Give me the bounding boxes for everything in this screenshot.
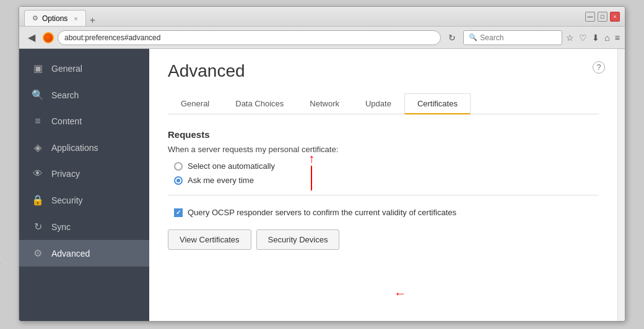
search-bar-container: 🔍 [463, 30, 562, 45]
sidebar-label-privacy: Privacy [51, 169, 80, 179]
sidebar-label-advanced: Advanced [51, 249, 90, 258]
sidebar-label-sync: Sync [51, 222, 71, 232]
menu-icon[interactable]: ≡ [615, 33, 620, 43]
sidebar-item-applications[interactable]: ◈ Applications [19, 134, 149, 161]
checkbox-check-icon: ✓ [176, 209, 181, 216]
sync-icon: ↻ [32, 221, 44, 233]
sidebar-label-general: General [51, 64, 82, 74]
help-icon[interactable]: ? [593, 61, 605, 74]
ocsp-label: Query OCSP responder servers to confirm … [188, 208, 456, 217]
search-icon: 🔍 [469, 33, 477, 41]
search-sidebar-icon: 🔍 [32, 89, 44, 101]
download-icon[interactable]: ⬇ [592, 33, 599, 43]
sidebar-item-general[interactable]: ▣ General [19, 55, 149, 82]
tab-data-choices[interactable]: Data Choices [222, 93, 297, 114]
applications-icon: ◈ [32, 142, 44, 153]
window-controls: — □ × [585, 12, 620, 22]
radio-row-auto[interactable]: Select one automatically [174, 161, 599, 171]
sidebar-label-content: Content [51, 116, 82, 126]
tab-network[interactable]: Network [297, 93, 352, 114]
home-icon[interactable]: ⌂ [604, 33, 609, 43]
radio-auto[interactable] [174, 162, 183, 171]
requests-section-title: Requests [168, 129, 599, 140]
back-button[interactable]: ◀ [24, 30, 39, 45]
sidebar-item-content[interactable]: ≡ Content [19, 108, 149, 134]
ocsp-checkbox[interactable]: ✓ [174, 208, 183, 217]
radio-auto-label: Select one automatically [188, 161, 275, 171]
tab-bar: ⚙ Options × + [24, 7, 99, 26]
tab-update[interactable]: Update [352, 93, 404, 114]
general-icon: ▣ [32, 62, 44, 74]
scrollbar[interactable] [617, 49, 625, 321]
sidebar-item-sync[interactable]: ↻ Sync [19, 213, 149, 240]
content-area: ? Advanced General Data Choices Network … [149, 49, 617, 321]
ocsp-checkbox-row[interactable]: ✓ Query OCSP responder servers to confir… [174, 208, 599, 217]
sidebar-item-privacy[interactable]: 👁 Privacy [19, 161, 149, 187]
requests-description: When a server requests my personal certi… [168, 145, 599, 154]
sidebar-label-applications: Applications [51, 143, 98, 153]
tab-certificates[interactable]: Certificates [404, 93, 471, 114]
firefox-logo [43, 32, 54, 43]
tab-close-button[interactable]: × [74, 15, 77, 22]
search-input[interactable] [480, 33, 557, 42]
page-title: Advanced [168, 61, 599, 81]
toolbar-icons: ☆ ♡ ⬇ ⌂ ≡ [566, 33, 620, 43]
privacy-icon: 👁 [32, 168, 44, 179]
view-certificates-button[interactable]: View Certificates [168, 229, 251, 250]
certificate-radio-group: Select one automatically Ask me every ti… [174, 161, 599, 185]
sidebar-label-search: Search [51, 90, 79, 100]
sidebar-label-security: Security [51, 195, 83, 205]
sidebar-item-security[interactable]: 🔒 Security [19, 187, 149, 213]
close-button[interactable]: × [610, 12, 620, 22]
action-buttons: View Certificates Security Devices [168, 229, 599, 250]
main-layout: ▣ General 🔍 Search ≡ Content ◈ Applicati… [19, 49, 625, 321]
new-tab-button[interactable]: + [86, 15, 99, 26]
sidebar-item-search[interactable]: 🔍 Search [19, 82, 149, 108]
account-icon[interactable]: ♡ [579, 33, 587, 43]
content-tabs-bar: General Data Choices Network Update Cert… [168, 93, 599, 114]
reload-button[interactable]: ↻ [445, 32, 459, 44]
sidebar-item-advanced[interactable]: ⚙ Advanced [19, 240, 149, 267]
radio-ask-label: Ask me every time [188, 176, 254, 185]
title-bar: ⚙ Options × + — □ × [19, 7, 625, 27]
arrow-right-indicator: ← [394, 286, 406, 301]
tab-label: Options [42, 14, 67, 23]
security-icon: 🔒 [32, 194, 44, 206]
navigation-bar: ◀ ↻ 🔍 ☆ ♡ ⬇ ⌂ ≡ [19, 27, 625, 49]
divider [168, 195, 599, 195]
security-devices-button[interactable]: Security Devices [256, 229, 340, 250]
tab-general[interactable]: General [168, 93, 222, 114]
content-icon: ≡ [32, 116, 44, 127]
browser-window: ⚙ Options × + — □ × ◀ ↻ 🔍 ☆ ♡ ⬇ ⌂ ≡ [19, 6, 625, 322]
radio-row-ask[interactable]: Ask me every time [174, 176, 599, 185]
url-bar[interactable] [58, 30, 441, 45]
sidebar: ▣ General 🔍 Search ≡ Content ◈ Applicati… [19, 49, 149, 321]
bookmark-star-icon[interactable]: ☆ [566, 33, 574, 43]
advanced-icon: ⚙ [32, 247, 44, 259]
maximize-button[interactable]: □ [598, 12, 607, 22]
arrow-up-indicator: ↑ [308, 152, 315, 190]
radio-ask[interactable] [174, 176, 183, 185]
minimize-button[interactable]: — [585, 12, 595, 22]
tab-settings-icon: ⚙ [32, 14, 38, 22]
active-tab[interactable]: ⚙ Options × [24, 10, 86, 26]
